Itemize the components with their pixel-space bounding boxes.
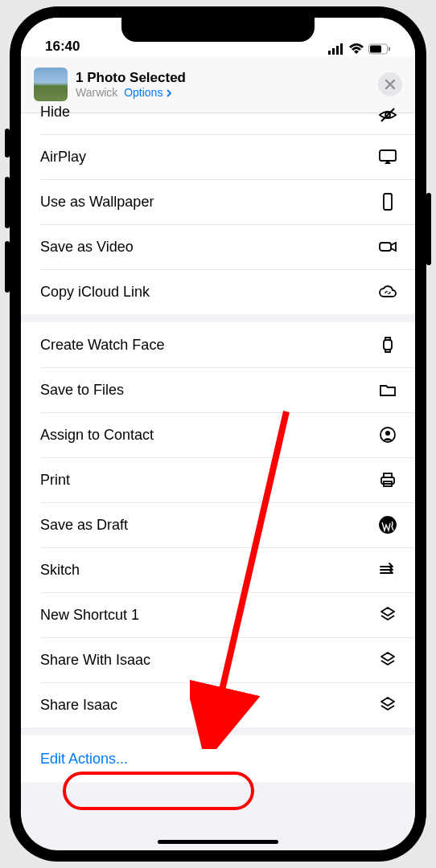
action-label: Skitch bbox=[40, 562, 80, 579]
svg-rect-0 bbox=[328, 51, 331, 55]
action-label: AirPlay bbox=[40, 149, 86, 166]
action-assign-to-contact[interactable]: Assign to Contact bbox=[21, 412, 415, 457]
shortcuts-icon bbox=[376, 649, 399, 671]
action-share-isaac[interactable]: Share Isaac bbox=[21, 682, 415, 727]
notch bbox=[121, 18, 315, 42]
folder-icon bbox=[376, 379, 399, 401]
battery-icon bbox=[368, 43, 391, 55]
action-label: New Shortcut 1 bbox=[40, 607, 139, 624]
contact-circle-icon bbox=[376, 424, 399, 446]
action-save-to-files[interactable]: Save to Files bbox=[21, 367, 415, 412]
action-label: Share Isaac bbox=[40, 697, 117, 714]
action-label: Print bbox=[40, 472, 70, 489]
svg-line-7 bbox=[381, 108, 394, 121]
printer-icon bbox=[376, 469, 399, 491]
svg-rect-8 bbox=[380, 150, 396, 161]
action-label: Save to Files bbox=[40, 382, 124, 399]
svg-rect-6 bbox=[389, 47, 390, 51]
action-hide[interactable]: Hide bbox=[21, 113, 415, 134]
action-share-with-isaac[interactable]: Share With Isaac bbox=[21, 637, 415, 682]
action-create-watch-face[interactable]: Create Watch Face bbox=[21, 322, 415, 367]
skitch-arrows-icon bbox=[376, 559, 399, 581]
edit-actions-label: Edit Actions... bbox=[40, 751, 128, 768]
action-airplay[interactable]: AirPlay bbox=[21, 134, 415, 179]
airplay-icon bbox=[376, 145, 399, 168]
cloud-link-icon bbox=[376, 280, 399, 303]
action-save-video[interactable]: Save as Video bbox=[21, 224, 415, 269]
phone-frame: 16:40 1 Photo Selected bbox=[10, 6, 426, 862]
action-label: Save as Draft bbox=[40, 517, 128, 534]
wordpress-icon bbox=[376, 514, 399, 536]
svg-rect-15 bbox=[384, 473, 392, 477]
action-label: Assign to Contact bbox=[40, 427, 154, 444]
action-print[interactable]: Print bbox=[21, 457, 415, 502]
location-label: Warwick bbox=[76, 86, 117, 99]
action-label: Hide bbox=[40, 104, 70, 121]
action-copy-icloud-link[interactable]: Copy iCloud Link bbox=[21, 269, 415, 314]
actions-section-1: Hide AirPlay Use as Wallpaper bbox=[21, 113, 415, 314]
home-indicator[interactable] bbox=[158, 840, 278, 844]
svg-rect-9 bbox=[384, 194, 392, 210]
share-sheet-header: 1 Photo Selected Warwick Options bbox=[21, 56, 415, 113]
close-button[interactable] bbox=[378, 72, 402, 96]
video-camera-icon bbox=[376, 235, 399, 258]
options-link[interactable]: Options bbox=[124, 86, 172, 99]
action-label: Copy iCloud Link bbox=[40, 284, 150, 301]
actions-section-2: Create Watch Face Save to Files Assign t… bbox=[21, 322, 415, 727]
action-save-as-draft[interactable]: Save as Draft bbox=[21, 502, 415, 547]
svg-rect-5 bbox=[370, 46, 381, 53]
action-label: Use as Wallpaper bbox=[40, 194, 154, 211]
wifi-icon bbox=[349, 43, 364, 55]
status-time: 16:40 bbox=[45, 39, 80, 55]
shortcuts-icon bbox=[376, 604, 399, 626]
action-label: Save as Video bbox=[40, 239, 134, 256]
cellular-signal-icon bbox=[328, 43, 344, 55]
action-new-shortcut-1[interactable]: New Shortcut 1 bbox=[21, 592, 415, 637]
watch-icon bbox=[376, 334, 399, 356]
svg-point-13 bbox=[385, 431, 390, 436]
action-wallpaper[interactable]: Use as Wallpaper bbox=[21, 179, 415, 224]
eye-slash-icon bbox=[376, 104, 399, 126]
svg-rect-10 bbox=[380, 243, 391, 251]
phone-outline-icon bbox=[376, 190, 399, 213]
shortcuts-icon bbox=[376, 694, 399, 716]
svg-rect-2 bbox=[336, 46, 339, 55]
svg-rect-1 bbox=[332, 48, 335, 55]
edit-actions-button[interactable]: Edit Actions... bbox=[21, 735, 415, 782]
svg-rect-3 bbox=[340, 43, 343, 55]
screen: 16:40 1 Photo Selected bbox=[21, 18, 415, 850]
svg-rect-11 bbox=[384, 340, 392, 350]
action-skitch[interactable]: Skitch bbox=[21, 547, 415, 592]
action-label: Create Watch Face bbox=[40, 337, 164, 354]
photo-thumbnail[interactable] bbox=[34, 68, 68, 101]
sheet-title: 1 Photo Selected bbox=[76, 70, 186, 86]
action-label: Share With Isaac bbox=[40, 652, 150, 669]
